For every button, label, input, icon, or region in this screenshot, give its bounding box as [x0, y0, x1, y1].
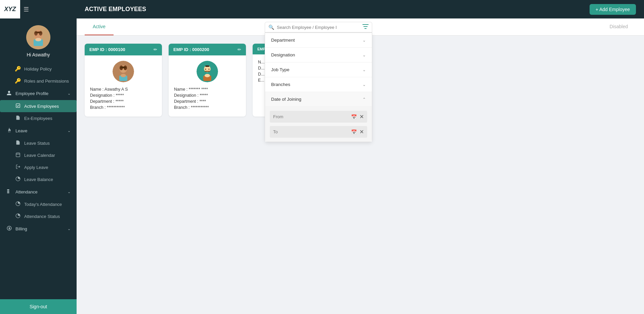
content-area: Active Disabled EMP ID : 0000100 ✏: [77, 18, 644, 314]
from-date-row: 📅 ✕: [270, 111, 367, 123]
dollar-icon: [6, 226, 12, 232]
calendar-icon[interactable]: 📅: [351, 129, 357, 135]
sidebar-item-apply-leave[interactable]: Apply Leave: [0, 161, 77, 173]
filter-option-designation[interactable]: Designation ⌄: [265, 48, 372, 62]
filter-option-label: Department: [271, 38, 295, 43]
svg-point-9: [9, 128, 10, 129]
avatar: [26, 25, 50, 49]
sidebar-nav: 🔑 Holiday Policy 🔑 Roles and Permissions…: [0, 63, 77, 299]
emp-card-body: Name : ******* **** Designation : ***** …: [169, 55, 246, 117]
filter-option-department[interactable]: Department ⌄: [265, 33, 372, 48]
sidebar-item-billing[interactable]: Billing ⌄: [0, 222, 77, 235]
sidebar-item-leave-balance[interactable]: Leave Balance: [0, 173, 77, 185]
search-icon: 🔍: [268, 25, 274, 30]
sidebar-profile: Hi Aswathy: [0, 18, 77, 63]
search-box: 🔍: [265, 22, 372, 33]
walk-icon: [6, 128, 12, 134]
pie-icon: [15, 213, 21, 219]
sidebar-item-label: Ex-Employees: [24, 116, 52, 121]
logo: XYZ: [0, 0, 20, 18]
sidebar-item-label: Today's Attendance: [24, 202, 62, 207]
emp-name: Name : Aswathy A S: [90, 87, 157, 92]
chevron-down-icon: ⌄: [68, 227, 71, 231]
sidebar-item-leave-status[interactable]: Leave Status: [0, 137, 77, 149]
sidebar-item-attendance[interactable]: Attendance ⌄: [0, 185, 77, 198]
sidebar-item-label: Leave Balance: [24, 177, 53, 182]
emp-department: Department : ****: [174, 99, 241, 104]
document-icon: [15, 115, 21, 121]
sidebar-item-leave-calendar[interactable]: Leave Calendar: [0, 149, 77, 161]
sidebar-item-roles-permissions[interactable]: 🔑 Roles and Permissions: [0, 75, 77, 87]
check-icon: [15, 103, 21, 109]
from-date-input[interactable]: [273, 114, 348, 119]
filter-option-job-type[interactable]: Job Type ⌄: [265, 62, 372, 77]
hamburger-menu[interactable]: ☰: [24, 6, 29, 13]
search-input[interactable]: [277, 25, 362, 30]
to-date-row: 📅 ✕: [270, 126, 367, 138]
filter-option-date-of-joining[interactable]: Date of Joining ⌃: [265, 92, 372, 107]
emp-id: EMP ID : 0000200: [173, 47, 209, 52]
sidebar-username: Hi Aswathy: [27, 52, 50, 57]
employee-card: EMP ID : 0000200 ✏: [169, 44, 246, 117]
sidebar-item-label: Billing: [15, 226, 27, 231]
calendar-icon[interactable]: 📅: [351, 114, 357, 120]
to-date-input[interactable]: [273, 129, 348, 134]
signout-button[interactable]: Sign-out: [0, 299, 77, 314]
filter-dropdown: Department ⌄ Designation ⌄ Job Type ⌄ Br…: [265, 33, 372, 142]
emp-id: EMP ID : 0000100: [89, 47, 125, 52]
exit-icon: [15, 164, 21, 170]
edit-icon[interactable]: ✏: [154, 47, 157, 52]
sidebar-item-attendance-status[interactable]: Attendance Status: [0, 210, 77, 222]
page-title: ACTIVE EMPLOYEES: [85, 6, 584, 13]
search-filter-container: 🔍 Department ⌄ Designation ⌄: [265, 22, 372, 142]
sidebar-item-leave[interactable]: Leave ⌄: [0, 124, 77, 137]
sidebar-item-label: Active Employees: [24, 104, 59, 109]
topbar: ACTIVE EMPLOYEES + Add Employee: [77, 0, 644, 18]
svg-rect-33: [205, 65, 209, 67]
filter-option-label: Date of Joining: [271, 97, 301, 102]
sidebar-item-employee-profile[interactable]: Employee Profile ⌄: [0, 87, 77, 100]
sidebar-item-label: Leave Status: [24, 141, 50, 146]
emp-department: Department : *****: [90, 99, 157, 104]
filter-button[interactable]: [362, 24, 369, 30]
sidebar-item-label: Attendance: [15, 189, 38, 194]
sidebar: XYZ ☰ Hi Aswathy 🔑 Holiday Policy: [0, 0, 77, 314]
list-icon: [6, 189, 12, 195]
svg-point-35: [209, 69, 210, 70]
chevron-down-icon: ⌄: [68, 129, 71, 133]
chevron-down-icon: ⌄: [362, 68, 366, 72]
svg-rect-30: [205, 71, 210, 72]
add-employee-button[interactable]: + Add Employee: [590, 4, 636, 15]
emp-card-body: Name : Aswathy A S Designation : ***** D…: [85, 55, 162, 117]
svg-point-34: [205, 69, 206, 70]
emp-name: Name : ******* ****: [174, 87, 241, 92]
sidebar-item-todays-attendance[interactable]: Today's Attendance: [0, 198, 77, 210]
svg-rect-16: [7, 191, 9, 192]
svg-rect-10: [16, 153, 19, 157]
emp-info: Name : Aswathy A S Designation : ***** D…: [90, 87, 157, 110]
sidebar-item-ex-employees[interactable]: Ex-Employees: [0, 112, 77, 124]
chevron-up-icon: ⌃: [362, 97, 366, 102]
sidebar-item-label: Leave: [15, 128, 27, 133]
to-date-clear-button[interactable]: ✕: [359, 129, 364, 135]
tab-disabled[interactable]: Disabled: [602, 18, 636, 35]
emp-branch: Branch : ***********: [174, 105, 241, 110]
date-range-box: 📅 ✕ 📅 ✕: [265, 107, 372, 142]
sidebar-item-holiday-policy[interactable]: 🔑 Holiday Policy: [0, 63, 77, 75]
svg-point-32: [205, 74, 210, 77]
svg-point-27: [121, 74, 126, 77]
filter-option-branches[interactable]: Branches ⌄: [265, 77, 372, 92]
tab-active[interactable]: Active: [85, 18, 114, 35]
filter-option-label: Job Type: [271, 67, 290, 72]
pie-icon: [15, 201, 21, 207]
emp-avatar: [197, 61, 218, 82]
pie-icon: [15, 176, 21, 182]
from-date-clear-button[interactable]: ✕: [359, 114, 364, 120]
emp-designation: Designation : *****: [90, 93, 157, 98]
logo-text: XYZ: [4, 6, 16, 13]
chevron-down-icon: ⌄: [68, 190, 71, 194]
chevron-down-icon: ⌄: [362, 38, 366, 43]
edit-icon[interactable]: ✏: [238, 47, 241, 52]
sidebar-item-active-employees[interactable]: Active Employees: [0, 100, 77, 112]
filter-option-label: Designation: [271, 52, 295, 57]
